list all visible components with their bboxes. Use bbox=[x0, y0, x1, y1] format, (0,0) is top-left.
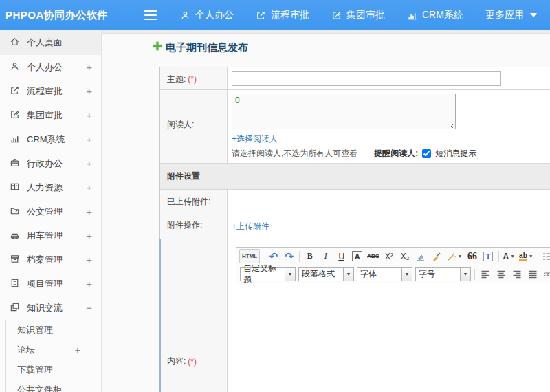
upload-attachment-link[interactable]: +上传附件 bbox=[232, 221, 270, 231]
sidebar-subitem-download-management[interactable]: 下载管理 bbox=[6, 360, 101, 380]
required-mark: (*) bbox=[188, 74, 197, 84]
sidebar-item-label: 个人桌面 bbox=[27, 36, 63, 49]
sidebar-item-label: 用车管理 bbox=[27, 230, 63, 242]
menu-toggle-icon[interactable] bbox=[144, 10, 158, 20]
brush-icon bbox=[432, 252, 441, 261]
font-size-select[interactable]: 字号 ▼ bbox=[415, 267, 471, 281]
font-color-icon: A bbox=[503, 252, 509, 261]
nav-label: 个人办公 bbox=[195, 9, 234, 21]
sidebar-item-archive-management[interactable]: 档案管理 + bbox=[0, 248, 101, 272]
expand-toggle[interactable]: + bbox=[86, 61, 92, 73]
collapse-toggle[interactable]: − bbox=[86, 302, 92, 314]
nav-more-apps[interactable]: 更多应用 bbox=[485, 9, 537, 21]
ordered-list-button[interactable]: ▼ bbox=[541, 249, 550, 263]
redo-button[interactable]: ↷ bbox=[282, 249, 296, 263]
nav-personal-office[interactable]: 个人办公 bbox=[180, 9, 234, 21]
uploaded-attachments-row: 已上传附件: bbox=[160, 190, 550, 213]
highlight-color-button[interactable]: ab▼ bbox=[518, 249, 535, 263]
sidebar-item-document-management[interactable]: 公文管理 + bbox=[0, 199, 101, 224]
expand-toggle[interactable]: + bbox=[75, 345, 80, 356]
subject-label-cell: 主题:(*) bbox=[160, 67, 228, 89]
expand-toggle[interactable]: + bbox=[86, 109, 92, 121]
uploaded-attachments-label: 已上传附件: bbox=[167, 197, 210, 206]
sidebar-subitem-knowledge-management[interactable]: 知识管理 bbox=[6, 320, 101, 340]
sidebar-item-personal-office[interactable]: 个人办公 + bbox=[0, 55, 101, 79]
auto-format-button[interactable]: ▼ bbox=[446, 249, 464, 263]
user-icon bbox=[10, 61, 20, 74]
choose-readers-link[interactable]: +选择阅读人 bbox=[232, 133, 278, 145]
nav-label: CRM系统 bbox=[422, 9, 463, 21]
sidebar-item-human-resources[interactable]: 人力资源 + bbox=[0, 175, 101, 199]
folder-icon bbox=[10, 206, 20, 218]
expand-toggle[interactable]: + bbox=[86, 206, 92, 217]
toolbar-separator bbox=[299, 251, 300, 262]
app-window: PHPOA协同办公软件 个人办公 流程审批 集团审批 CRM系统 更多应用 bbox=[0, 0, 550, 392]
font-style-button[interactable]: A bbox=[350, 249, 364, 263]
subject-input[interactable] bbox=[232, 71, 501, 86]
italic-button[interactable]: I bbox=[318, 249, 333, 263]
content-label-cell: 内容:(*) bbox=[160, 239, 228, 392]
sidebar-item-admin-office[interactable]: 行政办公 + bbox=[0, 151, 101, 175]
sidebar-item-label: 个人办公 bbox=[27, 61, 63, 74]
sidebar-subitem-forum[interactable]: 论坛 + bbox=[6, 340, 101, 360]
boxed-a-icon: A bbox=[352, 251, 362, 261]
align-left-button[interactable] bbox=[478, 267, 492, 281]
editor-content-area[interactable] bbox=[236, 283, 550, 392]
expand-toggle[interactable]: + bbox=[86, 157, 92, 169]
eraser-button[interactable] bbox=[414, 249, 428, 263]
main-content: 电子期刊信息发布 主题:(*) 阅读人: 0 +选择阅读人 bbox=[102, 30, 550, 392]
chevron-down-icon[interactable]: ▼ bbox=[285, 268, 295, 281]
font-family-select[interactable]: 字体 ▼ bbox=[357, 267, 412, 281]
select-value: 字号 bbox=[416, 268, 460, 281]
format-brush-button[interactable] bbox=[430, 249, 444, 263]
underline-button[interactable]: U bbox=[334, 249, 349, 263]
sidebar-subitem-public-file-cabinet[interactable]: 公共文件柜 bbox=[6, 380, 101, 392]
action-label-cell: 附件操作: bbox=[160, 213, 228, 239]
chevron-down-icon[interactable]: ▼ bbox=[402, 268, 412, 281]
edit-icon bbox=[10, 109, 20, 122]
nav-label: 集团审批 bbox=[346, 9, 385, 21]
insert-link-button[interactable] bbox=[541, 267, 550, 281]
sidebar-item-group-approval[interactable]: 集团审批 + bbox=[0, 103, 101, 127]
sidebar-item-crm-system[interactable]: CRM系统 + bbox=[0, 127, 101, 151]
readers-textarea[interactable]: 0 bbox=[232, 94, 456, 129]
sidebar-item-personal-desktop[interactable]: 个人桌面 bbox=[0, 30, 101, 55]
expand-toggle[interactable]: + bbox=[86, 278, 92, 290]
paragraph-format-select[interactable]: 段落格式 ▼ bbox=[298, 267, 354, 281]
align-right-button[interactable] bbox=[509, 267, 524, 281]
expand-toggle[interactable]: + bbox=[86, 133, 92, 145]
content-row: 内容:(*) HTML ↶ ↷ B I U bbox=[160, 239, 550, 392]
expand-toggle[interactable]: + bbox=[86, 85, 92, 97]
nav-group-approval[interactable]: 集团审批 bbox=[331, 9, 385, 21]
font-color-button[interactable]: A▼ bbox=[502, 249, 517, 263]
expand-toggle[interactable]: + bbox=[86, 182, 92, 193]
undo-button[interactable]: ↶ bbox=[266, 249, 280, 263]
strikethrough-button[interactable]: ABC bbox=[366, 249, 380, 263]
bold-button[interactable]: B bbox=[302, 249, 317, 263]
content-value-cell: HTML ↶ ↷ B I U A ABC X² X₂ bbox=[228, 239, 550, 392]
sidebar-item-label: 公文管理 bbox=[27, 206, 63, 218]
custom-heading-select[interactable]: 自定义标题 ▼ bbox=[240, 267, 296, 281]
readers-row: 阅读人: 0 +选择阅读人 请选择阅读人,不选为所有人可查看 提醒阅读人: 短消… bbox=[160, 90, 550, 164]
align-justify-button[interactable] bbox=[525, 267, 540, 281]
html-source-button[interactable]: HTML bbox=[239, 249, 260, 263]
sms-remind-checkbox[interactable] bbox=[422, 149, 431, 158]
sidebar-item-workflow-approval[interactable]: 流程审批 + bbox=[0, 79, 101, 103]
chevron-down-icon[interactable]: ▼ bbox=[343, 268, 353, 281]
align-center-button[interactable] bbox=[494, 267, 508, 281]
subscript-button[interactable]: X₂ bbox=[398, 249, 412, 263]
chevron-down-icon[interactable]: ▼ bbox=[460, 268, 470, 281]
nav-crm-system[interactable]: CRM系统 bbox=[407, 9, 463, 21]
sidebar-item-label: 人力资源 bbox=[27, 182, 63, 194]
superscript-button[interactable]: X² bbox=[382, 249, 397, 263]
expand-toggle[interactable]: + bbox=[86, 254, 92, 265]
blockquote-button[interactable]: 66 bbox=[465, 249, 480, 263]
expand-toggle[interactable]: + bbox=[86, 230, 92, 241]
car-icon bbox=[10, 230, 20, 242]
content-label: 内容: bbox=[167, 356, 186, 367]
sidebar-item-knowledge-exchange[interactable]: 知识交流 − bbox=[0, 296, 101, 320]
paste-as-text-button[interactable]: T bbox=[481, 249, 496, 263]
nav-workflow-approval[interactable]: 流程审批 bbox=[256, 9, 309, 21]
sidebar-item-project-management[interactable]: 项目管理 + bbox=[0, 272, 101, 296]
sidebar-item-vehicle-management[interactable]: 用车管理 + bbox=[0, 224, 101, 248]
